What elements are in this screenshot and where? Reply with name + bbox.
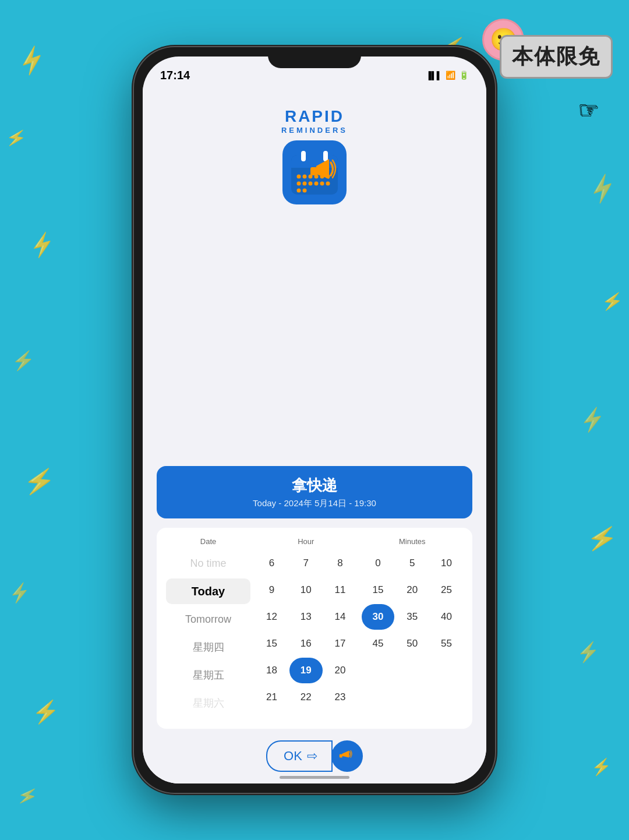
svg-point-18	[302, 188, 306, 192]
home-indicator	[280, 776, 349, 779]
hour-11[interactable]: 11	[324, 577, 357, 603]
hour-14[interactable]: 14	[324, 604, 357, 630]
signal-icon: ▐▌▌	[426, 71, 442, 80]
min-10[interactable]: 10	[430, 550, 463, 576]
reminder-datetime: Today - 2024年 5月14日 - 19:30	[168, 498, 461, 509]
hour-10[interactable]: 10	[289, 577, 323, 603]
hour-column: Hour 6 7 8 9 10 11 12 13 14 15 16 17	[255, 537, 357, 719]
date-item-tomorrow[interactable]: Tomorrow	[166, 606, 250, 632]
hour-18[interactable]: 18	[255, 658, 288, 683]
hour-8[interactable]: 8	[324, 550, 357, 576]
ok-label: OK	[284, 749, 302, 764]
hour-23[interactable]: 23	[324, 684, 357, 710]
date-item-fri[interactable]: 星期五	[166, 662, 250, 688]
app-logo-sub: REMINDERS	[281, 126, 348, 135]
minutes-grid: 0 5 10 15 20 25 30 35 40 45 50 55	[362, 550, 464, 657]
screen: 17:14 ▐▌▌ 📶 🔋 RAPID REMINDERS	[143, 57, 486, 783]
min-30[interactable]: 30	[362, 604, 395, 630]
hour-6[interactable]: 6	[255, 550, 288, 576]
cursor-icon: ☞	[578, 96, 599, 123]
reminder-card: 拿快递 Today - 2024年 5月14日 - 19:30	[157, 466, 472, 518]
app-logo-text: RAPID	[281, 108, 348, 126]
min-15[interactable]: 15	[362, 577, 395, 603]
battery-icon: 🔋	[459, 70, 469, 80]
wifi-icon: 📶	[446, 70, 455, 80]
status-icons: ▐▌▌ 📶 🔋	[426, 70, 469, 80]
svg-point-6	[302, 174, 306, 178]
ok-arrow: ⇨	[307, 749, 317, 764]
app-content: RAPID REMINDERS	[143, 87, 486, 783]
svg-rect-4	[323, 151, 328, 161]
ok-icon-button[interactable]	[331, 740, 363, 772]
hour-17[interactable]: 17	[324, 631, 357, 657]
min-25[interactable]: 25	[430, 577, 463, 603]
hour-12[interactable]: 12	[255, 604, 288, 630]
minutes-column-header: Minutes	[399, 537, 426, 546]
min-40[interactable]: 40	[430, 604, 463, 630]
hour-9[interactable]: 9	[255, 577, 288, 603]
hour-column-header: Hour	[298, 537, 314, 546]
notch	[268, 47, 361, 68]
picker-container: Date No time Today Tomorrow 星期四 星期五 星期六 …	[157, 528, 472, 729]
hour-13[interactable]: 13	[289, 604, 323, 630]
svg-rect-22	[340, 754, 342, 758]
ok-button-area: OK ⇨	[266, 740, 363, 772]
reminder-title: 拿快递	[168, 475, 461, 496]
status-time: 17:14	[160, 69, 190, 82]
hour-21[interactable]: 21	[255, 684, 288, 710]
min-35[interactable]: 35	[395, 604, 429, 630]
min-45[interactable]: 45	[362, 631, 395, 657]
hour-20[interactable]: 20	[324, 658, 357, 683]
min-20[interactable]: 20	[395, 577, 429, 603]
svg-point-11	[296, 181, 301, 185]
free-badge: 本体限免	[500, 35, 613, 79]
min-5[interactable]: 5	[395, 550, 429, 576]
svg-point-17	[296, 188, 301, 192]
minutes-column: Minutes 0 5 10 15 20 25 30 35 40 45 50 5…	[362, 537, 464, 719]
date-column-header: Date	[200, 537, 216, 546]
ok-button[interactable]: OK ⇨	[266, 740, 333, 772]
hour-15[interactable]: 15	[255, 631, 288, 657]
svg-point-13	[308, 181, 312, 185]
svg-point-14	[314, 181, 318, 185]
date-item-sat[interactable]: 星期六	[166, 690, 250, 716]
svg-point-16	[326, 181, 330, 185]
app-icon	[282, 140, 347, 204]
svg-marker-21	[342, 750, 349, 757]
svg-point-5	[296, 174, 301, 178]
date-item-thu[interactable]: 星期四	[166, 634, 250, 660]
hour-22[interactable]: 22	[289, 684, 323, 710]
svg-point-12	[302, 181, 306, 185]
hour-19[interactable]: 19	[289, 658, 323, 683]
min-0[interactable]: 0	[362, 550, 395, 576]
date-item-notime[interactable]: No time	[166, 550, 250, 576]
hour-grid: 6 7 8 9 10 11 12 13 14 15 16 17 18 19	[255, 550, 357, 710]
svg-point-15	[320, 181, 324, 185]
logo-area: RAPID REMINDERS	[281, 108, 348, 204]
svg-rect-20	[310, 167, 317, 175]
date-item-today[interactable]: Today	[166, 578, 250, 604]
phone-frame: 17:14 ▐▌▌ 📶 🔋 RAPID REMINDERS	[134, 47, 495, 793]
hour-7[interactable]: 7	[289, 550, 323, 576]
date-scroll[interactable]: No time Today Tomorrow 星期四 星期五 星期六	[166, 550, 250, 719]
min-50[interactable]: 50	[395, 631, 429, 657]
date-column: Date No time Today Tomorrow 星期四 星期五 星期六	[166, 537, 250, 719]
min-55[interactable]: 55	[430, 631, 463, 657]
svg-rect-3	[301, 151, 306, 161]
hour-16[interactable]: 16	[289, 631, 323, 657]
